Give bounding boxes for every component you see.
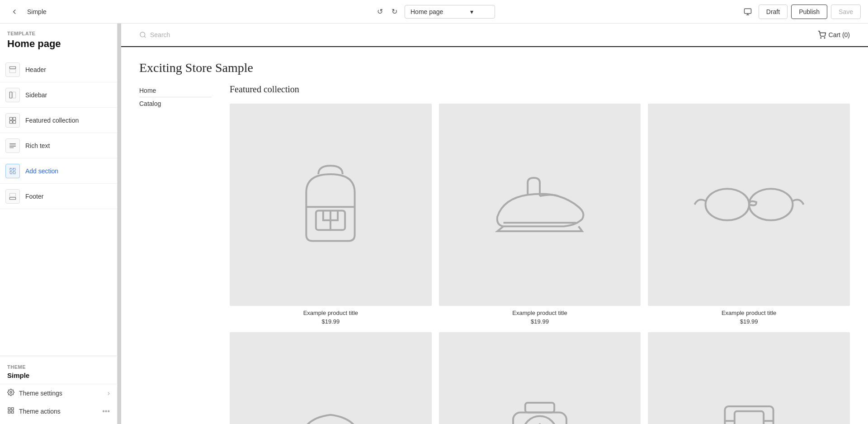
theme-actions-label: Theme actions: [19, 408, 98, 415]
grid-icon: [7, 407, 14, 416]
product-card-1[interactable]: Example product title $19.99: [230, 104, 432, 325]
svg-point-35: [705, 189, 749, 220]
featured-collection-more-button[interactable]: ⋮: [101, 115, 112, 126]
featured-collection-title: Featured collection: [230, 84, 850, 95]
product-image-4: [230, 332, 432, 424]
products-grid: Example product title $19.99: [230, 104, 850, 424]
search-bar: Search: [139, 31, 818, 38]
svg-rect-20: [13, 172, 15, 174]
svg-rect-0: [744, 9, 751, 14]
rich-text-more-button[interactable]: ⋮: [101, 140, 112, 151]
header-section-icon: [5, 62, 20, 77]
svg-rect-27: [8, 411, 10, 413]
main-area: TEMPLATE Home page Header: [0, 24, 868, 424]
template-label: TEMPLATE: [0, 24, 117, 38]
topbar-left: Simple: [7, 5, 368, 19]
search-icon: [139, 31, 146, 38]
sidebar-item-sidebar[interactable]: Sidebar: [0, 82, 117, 108]
redo-button[interactable]: ↻: [387, 5, 401, 19]
product-price-2: $19.99: [439, 318, 641, 325]
svg-rect-5: [9, 92, 12, 98]
product-image-1: [230, 104, 432, 306]
add-section-item[interactable]: Add section: [0, 158, 117, 184]
product-price-3: $19.99: [648, 318, 850, 325]
preview-area: Search Cart (0) Exciting Store Sample: [121, 24, 868, 424]
svg-rect-19: [10, 172, 12, 174]
sidebar-section-label: Sidebar: [25, 91, 112, 99]
theme-name-display: Simple: [0, 372, 117, 384]
nav-item-home[interactable]: Home: [139, 84, 212, 97]
svg-rect-22: [9, 197, 16, 200]
page-selector[interactable]: Home page ▾: [405, 5, 495, 19]
product-card-4[interactable]: Example product title $19.99: [230, 332, 432, 424]
gear-icon: [7, 389, 14, 398]
store-nav: Home Catalog: [139, 84, 212, 424]
product-card-3[interactable]: Example product title $19.99: [648, 104, 850, 325]
rich-text-section-label: Rich text: [25, 142, 83, 149]
svg-point-28: [140, 32, 145, 37]
header-section-label: Header: [25, 66, 112, 73]
back-button[interactable]: [7, 5, 22, 19]
search-placeholder: Search: [150, 31, 170, 38]
product-card-5[interactable]: Example product title $19.99: [439, 332, 641, 424]
desktop-view-button[interactable]: [741, 5, 755, 19]
product-price-1: $19.99: [230, 318, 432, 325]
store-content: Home Catalog Featured collection: [121, 84, 868, 424]
draft-button[interactable]: Draft: [759, 5, 788, 19]
page-selector-label: Home page: [410, 8, 443, 15]
topbar-center: ↺ ↻ Home page ▾: [373, 5, 495, 19]
product-title-2: Example product title: [439, 310, 641, 316]
svg-rect-25: [11, 408, 14, 410]
save-button[interactable]: Save: [831, 5, 861, 19]
svg-rect-40: [513, 412, 566, 424]
theme-actions-item[interactable]: Theme actions •••: [0, 402, 117, 420]
featured-area: Featured collection: [230, 84, 850, 424]
featured-collection-section-label: Featured collection: [25, 117, 83, 124]
more-icon: •••: [102, 407, 110, 415]
theme-name-label: Simple: [27, 8, 47, 15]
sidebar-item-footer[interactable]: Footer: [0, 184, 117, 209]
publish-button[interactable]: Publish: [791, 5, 827, 19]
theme-label: THEME: [0, 360, 117, 372]
sidebar-item-rich-text[interactable]: Rich text ⋮: [0, 133, 117, 158]
svg-point-29: [821, 38, 821, 38]
theme-settings-item[interactable]: Theme settings ›: [0, 384, 117, 402]
svg-rect-4: [9, 69, 16, 73]
resize-handle[interactable]: [118, 24, 121, 424]
product-image-6: [648, 332, 850, 424]
left-sidebar: TEMPLATE Home page Header: [0, 24, 118, 424]
product-card-2[interactable]: Example product title $19.99: [439, 104, 641, 325]
featured-collection-visibility-button[interactable]: [88, 115, 99, 126]
svg-rect-8: [13, 117, 16, 120]
sidebar-item-featured-collection[interactable]: Featured collection ⋮: [0, 108, 117, 133]
template-title: Home page: [0, 38, 117, 57]
rich-text-section-icon: [5, 138, 20, 153]
svg-rect-18: [13, 168, 15, 171]
footer-section-label: Footer: [25, 193, 112, 200]
cart-label: Cart (0): [829, 31, 850, 38]
product-title-1: Example product title: [230, 310, 432, 316]
product-image-2: [439, 104, 641, 306]
svg-rect-9: [9, 120, 12, 123]
svg-point-23: [10, 391, 12, 393]
svg-rect-6: [13, 92, 16, 98]
topbar: Simple ↺ ↻ Home page ▾ Draft Publish Sav…: [0, 0, 868, 24]
svg-rect-26: [11, 411, 14, 413]
featured-collection-section-icon: [5, 113, 20, 128]
sidebar-item-header[interactable]: Header: [0, 57, 117, 82]
product-title-3: Example product title: [648, 310, 850, 316]
svg-rect-3: [9, 67, 16, 69]
rich-text-visibility-button[interactable]: [88, 140, 99, 151]
svg-point-41: [523, 416, 557, 424]
svg-rect-38: [525, 403, 554, 412]
product-card-6[interactable]: Example product title $19.99: [648, 332, 850, 424]
cart-icon: [818, 31, 826, 39]
add-section-icon: [5, 164, 20, 178]
undo-button[interactable]: ↺: [373, 5, 387, 19]
svg-point-11: [93, 119, 94, 121]
theme-settings-label: Theme settings: [19, 390, 103, 397]
svg-rect-50: [734, 411, 763, 424]
nav-item-catalog[interactable]: Catalog: [139, 97, 212, 110]
svg-rect-7: [9, 117, 12, 120]
store-title: Exciting Store Sample: [139, 61, 850, 75]
